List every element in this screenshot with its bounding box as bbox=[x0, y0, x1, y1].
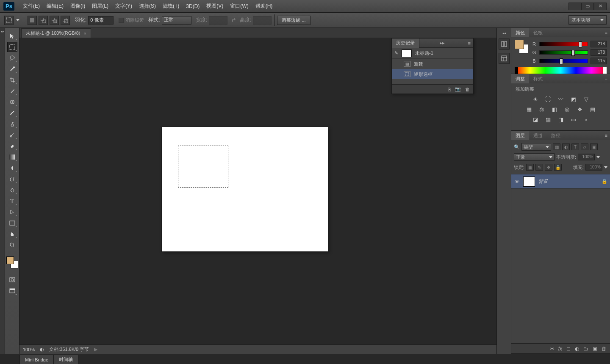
create-document-from-state-icon[interactable]: ⎘ bbox=[448, 87, 451, 92]
mini-bridge-tab[interactable]: Mini Bridge bbox=[19, 355, 54, 364]
posterize-icon[interactable]: ▨ bbox=[544, 116, 552, 123]
zoom-tool[interactable] bbox=[7, 240, 17, 250]
new-group-icon[interactable]: 🗀 bbox=[583, 346, 588, 352]
menu-item[interactable]: 图层(L) bbox=[89, 1, 112, 11]
channel-mixer-icon[interactable]: ❖ bbox=[576, 106, 584, 113]
gradient-map-icon[interactable]: ▭ bbox=[569, 116, 578, 123]
menu-item[interactable]: 帮助(H) bbox=[252, 1, 276, 11]
eyedropper-tool[interactable] bbox=[7, 86, 17, 96]
menu-item[interactable]: 选择(S) bbox=[136, 1, 159, 11]
workspace-switcher[interactable]: 基本功能 bbox=[568, 15, 607, 25]
shape-tool[interactable] bbox=[7, 218, 17, 228]
status-menu-arrow[interactable]: ▶ bbox=[94, 347, 97, 352]
r-slider[interactable] bbox=[539, 42, 588, 46]
vibrance-icon[interactable]: ▽ bbox=[582, 96, 591, 102]
swatches-tab[interactable]: 色板 bbox=[529, 28, 547, 37]
panel-menu-icon[interactable]: ≡ bbox=[602, 133, 610, 138]
status-preview-icon[interactable]: ◐ bbox=[40, 347, 44, 352]
menu-item[interactable]: 文件(E) bbox=[19, 1, 43, 11]
layer-filter-select[interactable]: 类型 bbox=[521, 143, 551, 151]
lock-icon[interactable]: 🔒 bbox=[602, 179, 607, 184]
dock-icon-2[interactable] bbox=[499, 53, 510, 64]
timeline-tab[interactable]: 时间轴 bbox=[53, 355, 78, 364]
minimize-button[interactable]: — bbox=[568, 3, 581, 10]
close-button[interactable]: ✕ bbox=[594, 3, 607, 10]
levels-icon[interactable]: ⛶ bbox=[544, 96, 552, 102]
crop-tool[interactable] bbox=[7, 75, 17, 85]
r-value[interactable]: 218 bbox=[591, 41, 607, 47]
lock-move-icon[interactable]: ✥ bbox=[545, 164, 552, 171]
tool-preset-dropdown[interactable] bbox=[16, 19, 19, 21]
exposure-icon[interactable]: ◩ bbox=[569, 96, 578, 102]
styles-tab[interactable]: 样式 bbox=[529, 74, 547, 83]
filter-shape-icon[interactable]: ▱ bbox=[581, 143, 588, 150]
brush-tool[interactable] bbox=[7, 108, 17, 118]
layer-name[interactable]: 背景 bbox=[538, 178, 598, 185]
document-tab[interactable]: 未标题-1 @ 100%(RGB/8) × bbox=[21, 28, 91, 38]
blend-mode-select[interactable]: 正常 bbox=[514, 153, 555, 161]
screen-mode-toggle[interactable] bbox=[7, 286, 17, 296]
hand-tool[interactable] bbox=[7, 229, 17, 239]
panel-menu-icon[interactable]: ≡ bbox=[602, 30, 610, 35]
foreground-color-swatch[interactable] bbox=[6, 256, 14, 264]
history-tab[interactable]: 历史记录 bbox=[392, 39, 419, 48]
adjustments-tab[interactable]: 调整 bbox=[511, 74, 529, 83]
healing-brush-tool[interactable] bbox=[7, 97, 17, 107]
history-item[interactable]: ▤ 新建 bbox=[392, 59, 473, 69]
style-select[interactable]: 正常 bbox=[162, 16, 191, 25]
path-selection-tool[interactable] bbox=[7, 207, 17, 217]
lasso-tool[interactable] bbox=[7, 53, 17, 63]
channels-tab[interactable]: 通道 bbox=[529, 131, 547, 140]
layer-mask-icon[interactable]: ◻ bbox=[566, 346, 571, 352]
new-layer-icon[interactable]: ▣ bbox=[593, 346, 597, 352]
paths-tab[interactable]: 路径 bbox=[547, 131, 565, 140]
history-snapshot-row[interactable]: ✎ 未标题-1 bbox=[392, 48, 473, 59]
lock-position-icon[interactable]: ✎ bbox=[535, 164, 543, 171]
color-swatch-pair[interactable] bbox=[515, 40, 528, 53]
collapse-panel-icon[interactable]: ▸▸ bbox=[437, 40, 447, 46]
canvas[interactable] bbox=[162, 127, 328, 251]
g-value[interactable]: 178 bbox=[591, 49, 607, 56]
hue-icon[interactable]: ▦ bbox=[525, 106, 533, 113]
move-tool[interactable] bbox=[7, 31, 17, 41]
color-balance-icon[interactable]: ⚖ bbox=[538, 106, 546, 113]
feather-input[interactable] bbox=[88, 16, 114, 25]
curves-icon[interactable]: 〰 bbox=[557, 96, 565, 102]
maximize-button[interactable]: ▭ bbox=[581, 3, 594, 10]
current-tool-icon[interactable] bbox=[4, 16, 14, 25]
menu-item[interactable]: 视图(V) bbox=[203, 1, 227, 11]
fg-color-swatch[interactable] bbox=[515, 40, 524, 49]
color-tab[interactable]: 颜色 bbox=[511, 28, 529, 37]
delete-state-icon[interactable]: 🗑 bbox=[465, 87, 470, 92]
history-brush-tool[interactable] bbox=[7, 130, 17, 140]
dock-icon-1[interactable] bbox=[499, 39, 510, 50]
document-info[interactable]: 文档:351.6K/0 字节 bbox=[49, 346, 89, 353]
zoom-level[interactable]: 100% bbox=[23, 347, 35, 352]
menu-item[interactable]: 文字(Y) bbox=[112, 1, 136, 11]
marquee-tool[interactable] bbox=[7, 42, 17, 52]
invert-icon[interactable]: ◪ bbox=[531, 116, 540, 123]
intersect-selection-icon[interactable] bbox=[61, 16, 70, 25]
selective-color-icon[interactable]: ▫ bbox=[582, 116, 591, 123]
lock-all-icon[interactable]: 🔒 bbox=[554, 164, 562, 171]
filter-pixel-icon[interactable]: ▦ bbox=[553, 143, 560, 150]
new-snapshot-icon[interactable]: 📷 bbox=[455, 86, 461, 92]
close-tab-icon[interactable]: × bbox=[84, 31, 86, 36]
history-brush-source-icon[interactable]: ✎ bbox=[394, 50, 398, 56]
lookup-icon[interactable]: ▤ bbox=[588, 106, 597, 113]
clone-stamp-tool[interactable] bbox=[7, 119, 17, 129]
visibility-toggle-icon[interactable]: 👁 bbox=[514, 179, 520, 185]
subtract-selection-icon[interactable] bbox=[50, 16, 59, 25]
type-tool[interactable]: T bbox=[7, 196, 17, 206]
photo-filter-icon[interactable]: ◎ bbox=[563, 106, 571, 113]
add-selection-icon[interactable] bbox=[39, 16, 48, 25]
layer-fx-icon[interactable]: fx bbox=[558, 346, 562, 352]
b-value[interactable]: 115 bbox=[591, 58, 607, 64]
link-layers-icon[interactable]: ⚯ bbox=[550, 346, 554, 352]
panel-menu-icon[interactable]: ≡ bbox=[466, 41, 473, 46]
layers-tab[interactable]: 图层 bbox=[511, 131, 529, 140]
threshold-icon[interactable]: ◨ bbox=[557, 116, 565, 123]
color-swatches[interactable] bbox=[6, 256, 18, 268]
eraser-tool[interactable] bbox=[7, 141, 17, 151]
menu-item[interactable]: 编辑(E) bbox=[43, 1, 67, 11]
